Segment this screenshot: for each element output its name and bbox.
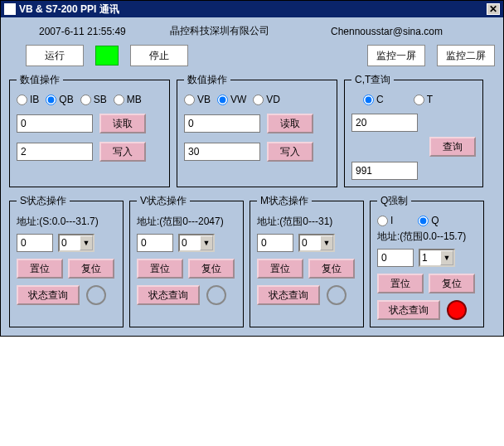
q-addr-label: 地址:(范围0.0--15.7)	[377, 230, 477, 244]
v-status-ops: V状态操作 地址:(范围0---2047) 0▼ 置位 复位 状态查询	[129, 194, 244, 327]
s-addr-label: 地址:(S:0.0---31.7)	[17, 215, 116, 229]
numeric-ops-2: 数值操作 VB VW VD 读取 写入	[177, 73, 337, 187]
v-addr-input[interactable]	[137, 234, 173, 252]
company: 晶控科技深圳有限公司	[170, 24, 319, 38]
group-legend: Q强制	[377, 194, 411, 208]
v-count-combo[interactable]: 0▼	[178, 234, 215, 252]
radio-vb[interactable]: VB	[184, 94, 211, 105]
s-addr-input[interactable]	[17, 234, 53, 252]
read-button-2[interactable]: 读取	[267, 114, 313, 133]
write-button-2[interactable]: 写入	[267, 142, 313, 162]
q-force: Q强制 I Q 地址:(范围0.0--15.7) 1▼ 置位 复位 状态查询	[370, 194, 484, 327]
q-status-indicator	[447, 300, 467, 320]
s-query-button[interactable]: 状态查询	[17, 285, 80, 305]
info-row: 2007-6-11 21:55:49 晶控科技深圳有限公司 Chennousst…	[9, 22, 495, 45]
radio-sb[interactable]: SB	[80, 94, 107, 105]
s-status-indicator	[86, 285, 106, 305]
group-legend: S状态操作	[17, 194, 70, 208]
read-value-2[interactable]	[184, 114, 260, 133]
radio-ib[interactable]: IB	[17, 94, 39, 105]
group-legend: M状态操作	[257, 194, 312, 208]
close-button[interactable]: ✕	[487, 3, 500, 15]
email: Chennousstar@sina.com	[331, 26, 443, 37]
ct-value-1[interactable]	[351, 114, 418, 132]
radio-i[interactable]: I	[377, 215, 393, 226]
numeric-ops-1: 数值操作 IB QB SB MB 读取 写入	[9, 73, 170, 187]
s-status-ops: S状态操作 地址:(S:0.0---31.7) 0▼ 置位 复位 状态查询	[9, 194, 124, 327]
chevron-down-icon: ▼	[200, 235, 213, 250]
chevron-down-icon: ▼	[440, 250, 453, 265]
m-count-combo[interactable]: 0▼	[298, 234, 335, 252]
radio-mb[interactable]: MB	[114, 94, 142, 105]
group-legend: C,T查询	[351, 73, 394, 87]
write-button-1[interactable]: 写入	[99, 142, 146, 162]
radio-vd[interactable]: VD	[253, 94, 280, 105]
m-addr-input[interactable]	[257, 234, 293, 252]
v-set-button[interactable]: 置位	[137, 259, 183, 279]
m-reset-button[interactable]: 复位	[308, 259, 355, 279]
ct-query-button[interactable]: 查询	[429, 137, 476, 157]
q-count-combo[interactable]: 1▼	[419, 249, 455, 267]
radio-qb[interactable]: QB	[46, 94, 73, 105]
monitor1-button[interactable]: 监控一屏	[367, 45, 425, 66]
m-status-indicator	[327, 285, 346, 305]
monitor2-button[interactable]: 监控二屏	[437, 45, 495, 66]
radio-t[interactable]: T	[414, 94, 433, 105]
q-set-button[interactable]: 置位	[377, 274, 424, 293]
write-value-1[interactable]	[17, 143, 93, 161]
q-addr-input[interactable]	[377, 249, 414, 267]
v-addr-label: 地址:(范围0---2047)	[137, 215, 236, 229]
read-button-1[interactable]: 读取	[99, 114, 146, 133]
window-title: VB & S7-200 PPI 通讯	[19, 2, 119, 17]
s-reset-button[interactable]: 复位	[68, 259, 114, 279]
m-status-ops: M状态操作 地址:(范围0---31) 0▼ 置位 复位 状态查询	[250, 194, 364, 327]
ct-value-2[interactable]	[351, 162, 418, 180]
write-value-2[interactable]	[184, 143, 260, 161]
read-value-1[interactable]	[17, 114, 93, 133]
m-set-button[interactable]: 置位	[257, 259, 303, 279]
chevron-down-icon: ▼	[320, 235, 333, 250]
radio-q[interactable]: Q	[418, 215, 439, 226]
s-count-combo[interactable]: 0▼	[58, 234, 94, 252]
group-legend: 数值操作	[184, 73, 230, 87]
m-query-button[interactable]: 状态查询	[257, 285, 320, 305]
q-query-button[interactable]: 状态查询	[377, 300, 440, 320]
group-legend: V状态操作	[137, 194, 190, 208]
titlebar: VB & S7-200 PPI 通讯 ✕	[1, 1, 503, 17]
m-addr-label: 地址:(范围0---31)	[257, 215, 356, 229]
app-icon	[4, 3, 16, 15]
timestamp: 2007-6-11 21:55:49	[39, 26, 158, 37]
ct-query: C,T查询 C T 查询	[344, 73, 483, 187]
q-reset-button[interactable]: 复位	[429, 274, 475, 293]
v-query-button[interactable]: 状态查询	[137, 285, 200, 305]
run-button[interactable]: 运行	[26, 45, 84, 66]
radio-c[interactable]: C	[363, 94, 384, 105]
chevron-down-icon: ▼	[80, 235, 93, 250]
s-set-button[interactable]: 置位	[17, 259, 63, 279]
v-reset-button[interactable]: 复位	[188, 259, 235, 279]
run-indicator	[95, 46, 119, 65]
stop-button[interactable]: 停止	[130, 45, 188, 66]
group-legend: 数值操作	[17, 73, 63, 87]
radio-vw[interactable]: VW	[217, 94, 246, 105]
v-status-indicator	[206, 285, 226, 305]
